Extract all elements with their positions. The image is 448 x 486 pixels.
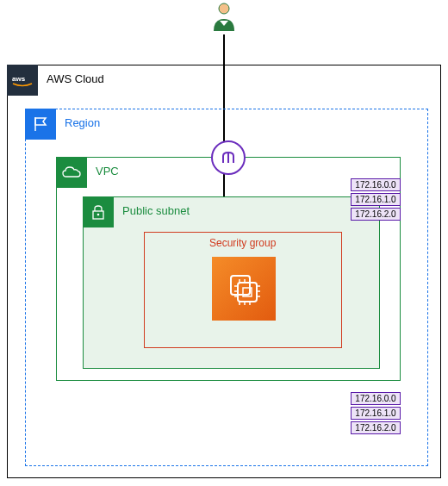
cidr-box: 172.16.2.0	[351, 208, 401, 221]
user-icon	[211, 2, 237, 36]
svg-text:aws: aws	[12, 75, 26, 83]
cidr-box: 172.16.2.0	[351, 421, 401, 434]
cidr-box: 172.16.0.0	[351, 392, 401, 405]
aws-cloud-label: AWS Cloud	[47, 72, 104, 85]
region-label: Region	[65, 116, 100, 129]
subnet-label: Public subnet	[122, 204, 190, 217]
svg-rect-6	[231, 276, 250, 295]
ec2-instance-icon	[212, 257, 276, 321]
vpc-container: VPC Public subnet Security group	[56, 157, 401, 381]
cidr-box: 172.16.1.0	[351, 193, 401, 206]
subnet-lock-badge	[83, 196, 114, 227]
security-group-label: Security group	[209, 237, 276, 249]
region-flag-badge	[25, 109, 56, 140]
security-group-container: Security group	[144, 232, 342, 348]
aws-cloud-container: aws AWS Cloud Region VPC	[7, 65, 441, 478]
cidr-box: 172.16.1.0	[351, 407, 401, 420]
svg-rect-7	[238, 283, 257, 302]
region-container: Region VPC	[25, 109, 428, 466]
public-subnet-container: Public subnet Security group	[83, 196, 380, 369]
vpc-label: VPC	[96, 165, 119, 178]
cidr-block-group-top: 172.16.0.0 172.16.1.0 172.16.2.0	[351, 178, 401, 222]
svg-point-0	[219, 3, 229, 14]
svg-point-5	[97, 214, 100, 216]
internet-gateway-icon	[211, 140, 246, 175]
aws-logo-badge: aws	[7, 65, 38, 96]
vpc-cloud-badge	[56, 157, 87, 188]
cidr-block-group-bottom: 172.16.0.0 172.16.1.0 172.16.2.0	[351, 392, 401, 436]
cidr-box: 172.16.0.0	[351, 178, 401, 191]
